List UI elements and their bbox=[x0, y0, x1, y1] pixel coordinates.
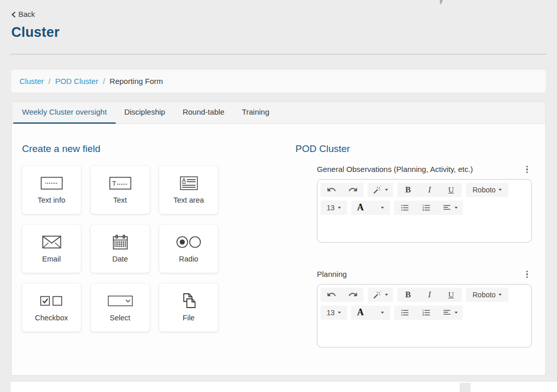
palette-card-textarea[interactable]: A Text area bbox=[159, 166, 218, 214]
svg-text:T: T bbox=[112, 180, 116, 187]
align-icon bbox=[442, 203, 452, 212]
numbered-list-icon bbox=[422, 308, 431, 317]
palette-card-text-info[interactable]: Text info bbox=[22, 166, 81, 214]
editor-content-area[interactable] bbox=[320, 323, 528, 350]
svg-text:A: A bbox=[182, 177, 186, 183]
breadcrumb-link-cluster[interactable]: Cluster bbox=[19, 77, 44, 85]
breadcrumb-separator: / bbox=[49, 77, 51, 85]
align-dropdown[interactable] bbox=[437, 306, 463, 320]
magic-wand-icon bbox=[373, 290, 382, 299]
tab-discipleship[interactable]: Discipleship bbox=[116, 102, 174, 124]
palette-card-label: Radio bbox=[179, 255, 199, 263]
font-family-value: Roboto bbox=[473, 186, 496, 194]
font-color-dropdown[interactable]: A bbox=[351, 306, 390, 320]
richtext-editor: B I U Roboto bbox=[317, 179, 532, 243]
field-palette-section: Create a new field Text info bbox=[22, 143, 295, 375]
magic-wand-icon bbox=[373, 185, 382, 194]
palette-card-select[interactable]: Select bbox=[91, 284, 149, 332]
text-info-icon bbox=[39, 175, 64, 191]
kebab-menu-icon[interactable] bbox=[523, 270, 531, 279]
redo-button[interactable] bbox=[342, 288, 363, 302]
palette-card-label: Text bbox=[113, 196, 127, 204]
header-divider bbox=[10, 54, 547, 55]
form-field-planning: Planning bbox=[317, 270, 532, 347]
font-size-dropdown[interactable]: 13 bbox=[320, 201, 347, 215]
italic-button[interactable]: I bbox=[419, 183, 440, 197]
file-icon bbox=[179, 293, 199, 309]
bullet-list-icon bbox=[400, 308, 410, 317]
font-size-value: 13 bbox=[327, 204, 335, 212]
palette-card-label: Text info bbox=[38, 196, 66, 204]
radio-icon bbox=[175, 234, 203, 250]
tab-training[interactable]: Training bbox=[233, 102, 278, 124]
underline-button[interactable]: U bbox=[440, 288, 462, 302]
form-section-heading: POD Cluster bbox=[295, 143, 532, 155]
editor-content-area[interactable] bbox=[320, 219, 528, 245]
magic-style-dropdown[interactable] bbox=[368, 183, 393, 197]
page: Back Cluster Cluster / POD Cluster / Rep… bbox=[0, 0, 557, 392]
align-dropdown[interactable] bbox=[437, 201, 463, 215]
palette-card-label: Email bbox=[42, 255, 60, 263]
palette-card-checkbox[interactable]: Checkbox bbox=[22, 284, 81, 332]
text-icon: T bbox=[108, 175, 133, 191]
font-color-dropdown[interactable]: A bbox=[351, 201, 390, 215]
numbered-list-button[interactable] bbox=[416, 201, 437, 215]
undo-button[interactable] bbox=[320, 288, 342, 302]
chevron-left-icon bbox=[11, 11, 16, 18]
chevron-down-icon bbox=[499, 294, 502, 296]
palette-card-label: Text area bbox=[174, 196, 204, 204]
palette-card-label: Date bbox=[112, 255, 128, 263]
undo-button[interactable] bbox=[320, 183, 342, 197]
breadcrumb-separator: / bbox=[103, 77, 105, 85]
chevron-down-icon bbox=[385, 189, 388, 191]
bold-button[interactable]: B bbox=[397, 183, 419, 197]
chevron-down-icon bbox=[499, 189, 502, 191]
bold-button[interactable]: B bbox=[397, 288, 419, 302]
palette-card-radio[interactable]: Radio bbox=[159, 225, 218, 273]
main-card: Weekly Cluster oversight Discipleship Ro… bbox=[11, 101, 546, 376]
font-size-dropdown[interactable]: 13 bbox=[320, 306, 347, 320]
palette-card-label: Checkbox bbox=[35, 314, 68, 322]
numbered-list-icon bbox=[422, 203, 431, 212]
chevron-down-icon bbox=[381, 207, 384, 209]
bottom-fragment-box bbox=[460, 383, 470, 392]
textarea-icon: A bbox=[177, 175, 201, 191]
palette-heading: Create a new field bbox=[22, 143, 295, 155]
back-button[interactable]: Back bbox=[11, 10, 35, 18]
bottom-panel-fragment bbox=[11, 382, 557, 392]
email-icon bbox=[40, 234, 63, 250]
chevron-down-icon bbox=[338, 312, 341, 314]
kebab-menu-icon[interactable] bbox=[523, 165, 531, 175]
palette-card-label: Select bbox=[110, 314, 130, 322]
underline-button[interactable]: U bbox=[440, 183, 462, 197]
select-icon bbox=[106, 293, 134, 309]
tab-content: Create a new field Text info bbox=[12, 124, 545, 375]
breadcrumb-link-pod-cluster[interactable]: POD Cluster bbox=[55, 77, 98, 85]
palette-grid: Text info T Text bbox=[22, 166, 295, 332]
palette-card-text[interactable]: T Text bbox=[91, 166, 149, 214]
magic-style-dropdown[interactable] bbox=[368, 288, 393, 302]
breadcrumb: Cluster / POD Cluster / Reporting Form bbox=[11, 70, 546, 93]
palette-card-email[interactable]: Email bbox=[22, 225, 81, 273]
tab-round-table[interactable]: Round-table bbox=[174, 102, 233, 124]
tab-bar: Weekly Cluster oversight Discipleship Ro… bbox=[12, 102, 545, 124]
back-label: Back bbox=[18, 10, 35, 18]
italic-button[interactable]: I bbox=[419, 288, 440, 302]
bullet-list-button[interactable] bbox=[394, 201, 416, 215]
palette-card-date[interactable]: Date bbox=[91, 225, 149, 273]
chevron-down-icon bbox=[455, 312, 458, 314]
font-family-dropdown[interactable]: Roboto bbox=[466, 288, 508, 302]
page-title: Cluster bbox=[11, 25, 546, 40]
tab-weekly-cluster-oversight[interactable]: Weekly Cluster oversight bbox=[13, 102, 116, 124]
checkbox-icon bbox=[39, 293, 65, 309]
redo-button[interactable] bbox=[342, 183, 363, 197]
align-icon bbox=[442, 308, 452, 317]
palette-card-label: File bbox=[183, 314, 195, 322]
palette-card-file[interactable]: File bbox=[159, 284, 218, 332]
numbered-list-button[interactable] bbox=[416, 306, 437, 320]
font-family-dropdown[interactable]: Roboto bbox=[466, 183, 508, 197]
bullet-list-button[interactable] bbox=[394, 306, 416, 320]
chevron-down-icon bbox=[385, 294, 388, 296]
richtext-editor: B I U Roboto bbox=[317, 284, 532, 347]
font-size-value: 13 bbox=[327, 309, 335, 317]
